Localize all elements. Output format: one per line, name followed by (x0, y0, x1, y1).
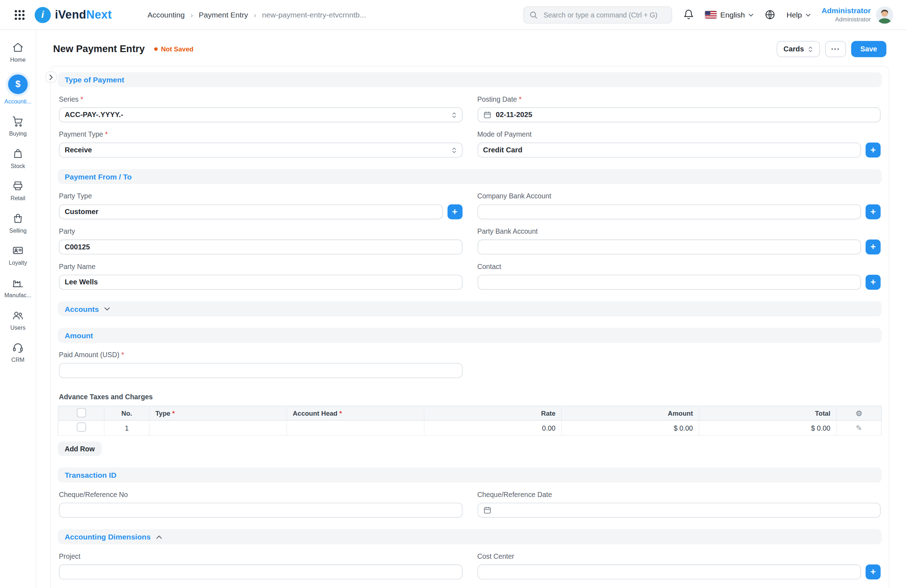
sidebar-item-selling[interactable]: Selling (0, 208, 36, 238)
avatar[interactable] (876, 6, 893, 24)
payment-type-select[interactable]: Receive (59, 143, 462, 158)
row-type-cell[interactable] (149, 420, 287, 435)
language-selector[interactable]: English (705, 10, 754, 19)
row-rate-cell[interactable]: 0.00 (424, 420, 561, 435)
contact-label: Contact (477, 263, 880, 271)
sidebar-item-retail[interactable]: Retail (0, 175, 36, 206)
main-content: New Payment Entry Not Saved Cards ··· Sa… (37, 30, 906, 588)
top-navbar: i iVendNext Accounting Payment Entry new… (0, 0, 906, 30)
search-input[interactable] (542, 10, 666, 19)
company-bank-account-input[interactable] (477, 204, 861, 220)
section-header-transaction-id: Transaction ID (58, 467, 882, 483)
payment-entry-form: Type of Payment Series ACC-PAY-.YYYY.- P… (50, 65, 889, 588)
sidebar-item-crm[interactable]: CRM (0, 337, 36, 368)
user-menu[interactable]: Administrator Administrator (821, 6, 893, 24)
section-title: Type of Payment (65, 75, 124, 84)
party-name-input[interactable] (59, 275, 462, 290)
add-party-bank-account-button[interactable] (866, 239, 880, 254)
row-amount-cell[interactable]: $ 0.00 (561, 420, 699, 435)
project-input[interactable] (59, 564, 462, 579)
select-stepper-icon (451, 111, 456, 118)
section-header-accounts[interactable]: Accounts (58, 301, 882, 316)
headset-icon (11, 341, 24, 354)
sidebar-label-stock: Stock (11, 163, 25, 169)
add-mode-of-payment-button[interactable] (866, 143, 880, 158)
col-amount: Amount (561, 406, 699, 420)
table-settings-gear-icon[interactable]: ⚙ (856, 409, 863, 417)
row-edit-pencil-icon[interactable]: ✎ (856, 424, 862, 432)
row-checkbox[interactable] (77, 422, 86, 432)
brand-logo[interactable]: i iVendNext (35, 7, 112, 23)
sidebar-label-selling: Selling (9, 227, 27, 234)
global-search[interactable] (523, 6, 672, 24)
add-row-button[interactable]: Add Row (58, 441, 102, 456)
calendar-icon (483, 506, 491, 515)
id-card-icon (11, 244, 24, 257)
payment-type-value: Receive (65, 146, 92, 154)
module-sidebar: Home $ Accounti... Buying Stock Retail S… (0, 30, 37, 588)
posting-date-input[interactable]: 02-11-2025 (477, 107, 880, 123)
paid-amount-input[interactable] (59, 363, 462, 378)
mode-of-payment-input[interactable] (477, 143, 861, 158)
brand-name: iVendNext (55, 8, 112, 21)
cheque-reference-date-input[interactable] (477, 503, 880, 518)
notifications-bell-icon[interactable] (683, 9, 694, 20)
section-transaction-id: Transaction ID Cheque/Reference No Chequ… (58, 467, 882, 518)
col-rate: Rate (424, 406, 561, 420)
more-menu-button[interactable]: ··· (825, 41, 846, 57)
section-header-accounting-dimensions[interactable]: Accounting Dimensions (58, 529, 882, 544)
sidebar-item-stock[interactable]: Stock (0, 143, 36, 174)
sidebar-item-manufacturing[interactable]: Manufac... (0, 272, 36, 303)
sidebar-item-accounting[interactable]: $ Accounti... (0, 69, 36, 109)
apps-grid-icon[interactable] (14, 9, 26, 20)
section-header-type-of-payment: Type of Payment (58, 72, 882, 87)
header-actions: Cards ··· Save (777, 41, 886, 57)
cheque-reference-no-input[interactable] (59, 503, 462, 518)
advance-taxes-table: No. Type Account Head Rate Amount Total … (58, 406, 882, 436)
sidebar-label-manufacturing: Manufac... (4, 292, 32, 299)
home-icon (11, 41, 24, 54)
chevron-down-icon (748, 13, 754, 16)
series-select[interactable]: ACC-PAY-.YYYY.- (59, 107, 462, 123)
section-accounting-dimensions: Accounting Dimensions Project Cost Cente… (58, 529, 882, 579)
sidebar-item-loyalty[interactable]: Loyalty (0, 240, 36, 271)
row-account-head-cell[interactable] (287, 420, 424, 435)
select-all-checkbox[interactable] (77, 408, 86, 417)
search-icon (530, 11, 538, 19)
brand-first: iVend (55, 8, 86, 21)
sidebar-item-home[interactable]: Home (0, 37, 36, 68)
sidebar-label-accounting: Accounti... (4, 98, 32, 105)
add-company-bank-account-button[interactable] (866, 204, 880, 220)
add-contact-button[interactable] (866, 275, 880, 290)
breadcrumb-current: new-payment-entry-etvcrnntb... (254, 10, 366, 19)
status-dot-icon (154, 48, 158, 51)
add-party-type-button[interactable] (447, 204, 462, 220)
party-bank-account-input[interactable] (477, 239, 861, 254)
row-total-cell[interactable]: $ 0.00 (699, 420, 836, 435)
help-globe-icon[interactable] (765, 9, 776, 20)
breadcrumb-accounting[interactable]: Accounting (147, 10, 185, 19)
sidebar-item-users[interactable]: Users (0, 305, 36, 335)
section-header-payment-from-to: Payment From / To (58, 169, 882, 184)
sidebar-label-buying: Buying (9, 131, 26, 137)
add-cost-center-button[interactable] (866, 564, 880, 579)
section-header-amount: Amount (58, 328, 882, 343)
cards-view-select[interactable]: Cards (777, 41, 820, 57)
sidebar-label-loyalty: Loyalty (9, 260, 27, 266)
user-role: Administrator (821, 16, 871, 23)
sidebar-expander-button[interactable] (46, 72, 57, 83)
party-name-label: Party Name (59, 263, 462, 271)
cards-label: Cards (783, 45, 804, 53)
project-label: Project (59, 552, 462, 561)
select-stepper-icon (808, 45, 813, 53)
save-button[interactable]: Save (851, 41, 886, 57)
cost-center-input[interactable] (477, 564, 861, 579)
chevron-down-icon (806, 13, 811, 16)
party-input[interactable] (59, 239, 462, 254)
party-type-input[interactable] (59, 204, 443, 220)
contact-input[interactable] (477, 275, 861, 290)
breadcrumb-payment-entry[interactable]: Payment Entry (191, 10, 248, 19)
sidebar-item-buying[interactable]: Buying (0, 111, 36, 142)
cost-center-label: Cost Center (477, 552, 880, 561)
help-menu[interactable]: Help (786, 10, 811, 19)
